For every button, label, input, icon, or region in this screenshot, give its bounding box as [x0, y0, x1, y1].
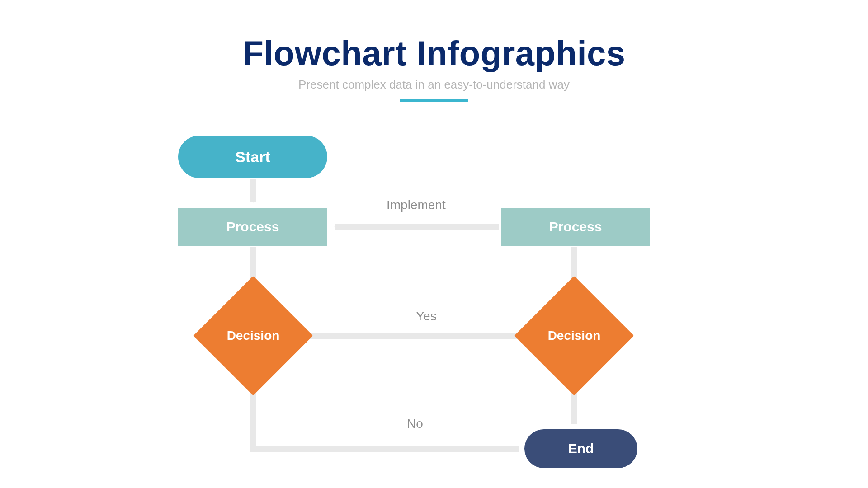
- process-node-left: Process: [178, 208, 327, 246]
- end-node-label: End: [568, 441, 594, 456]
- decision-node-left: Decision: [199, 282, 307, 390]
- decision-node-right: Decision: [520, 282, 628, 390]
- start-node: Start: [178, 136, 327, 178]
- process-left-label: Process: [226, 219, 279, 235]
- connector-decision-left-to-end: [253, 387, 519, 449]
- process-node-right: Process: [501, 208, 650, 246]
- edge-label-implement: Implement: [387, 198, 446, 212]
- edge-label-no: No: [407, 417, 423, 431]
- edge-label-yes: Yes: [416, 309, 437, 324]
- end-node: End: [524, 429, 637, 468]
- connector-layer: [0, 0, 868, 488]
- start-node-label: Start: [235, 148, 270, 166]
- decision-left-label: Decision: [227, 328, 280, 343]
- process-right-label: Process: [549, 219, 602, 235]
- flowchart-canvas: Flowchart Infographics Present complex d…: [0, 0, 868, 488]
- decision-right-label: Decision: [548, 328, 601, 343]
